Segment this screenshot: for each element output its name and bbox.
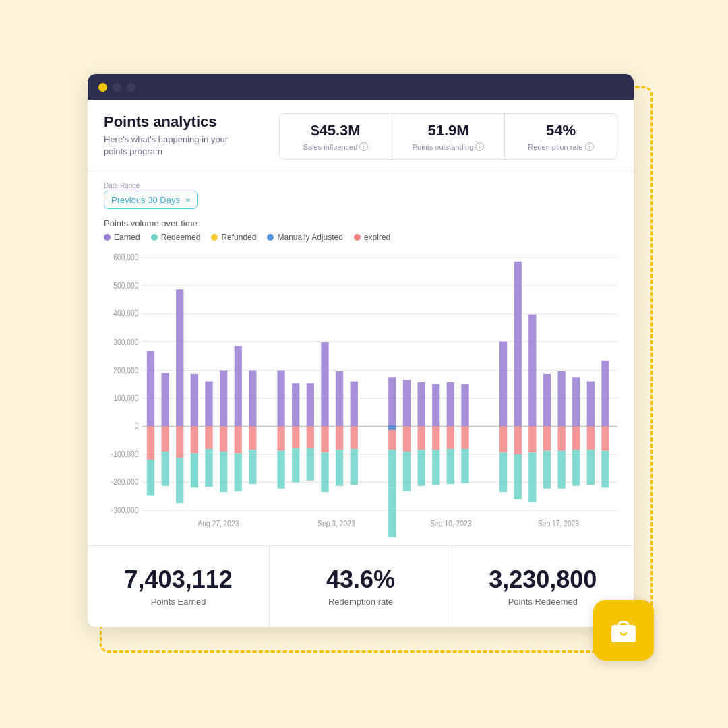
dot-dark1: [113, 83, 121, 92]
svg-rect-102: [572, 426, 580, 450]
svg-rect-38: [205, 449, 212, 487]
svg-rect-106: [587, 450, 595, 485]
svg-rect-35: [191, 454, 198, 488]
svg-rect-28: [161, 426, 169, 451]
svg-rect-52: [292, 426, 299, 448]
legend-dot-redeemed: [151, 234, 158, 241]
svg-rect-49: [277, 426, 284, 450]
svg-rect-109: [601, 451, 609, 488]
svg-rect-99: [557, 426, 565, 450]
stat-redemption-rate: 54% Redemption rate i: [505, 114, 617, 159]
page-title: Points analytics: [104, 113, 252, 131]
svg-rect-93: [528, 426, 536, 452]
svg-rect-66: [388, 377, 396, 426]
svg-rect-57: [321, 342, 328, 426]
svg-text:500,000: 500,000: [113, 280, 138, 291]
stat-value-sales: $45.3M: [311, 122, 360, 140]
title-bar: [88, 74, 634, 100]
svg-rect-87: [499, 426, 507, 452]
legend-item-refunded: Refunded: [211, 233, 256, 242]
bottom-stat-label-earned: Points Earned: [151, 597, 206, 607]
dot-dark2: [127, 83, 135, 92]
svg-rect-84: [461, 426, 468, 448]
bottom-stats: 7,403,112 Points Earned 43.6% Redemption…: [88, 546, 634, 627]
svg-text:0: 0: [135, 421, 139, 431]
svg-rect-91: [514, 454, 522, 499]
svg-rect-105: [587, 426, 595, 450]
svg-rect-39: [220, 371, 227, 427]
svg-rect-47: [249, 450, 256, 484]
svg-text:Sep 10, 2023: Sep 10, 2023: [430, 518, 472, 529]
info-icon-points[interactable]: i: [475, 142, 484, 151]
svg-text:Sep 3, 2023: Sep 3, 2023: [317, 518, 355, 529]
svg-rect-95: [543, 374, 551, 427]
svg-rect-34: [191, 426, 198, 453]
svg-rect-76: [417, 450, 425, 486]
svg-rect-97: [543, 451, 551, 489]
shopping-bag-icon: [593, 600, 654, 661]
svg-rect-43: [235, 426, 242, 453]
legend-item-earned: Earned: [104, 233, 140, 242]
svg-text:400,000: 400,000: [113, 308, 138, 319]
svg-rect-32: [176, 458, 183, 503]
svg-rect-69: [388, 487, 396, 537]
svg-rect-83: [461, 384, 468, 427]
svg-rect-61: [336, 426, 343, 450]
svg-text:-300,000: -300,000: [111, 505, 139, 516]
stats-row: $45.3M Sales influenced i 51.9M Points o…: [279, 113, 617, 160]
svg-rect-81: [447, 426, 454, 448]
info-icon-redemption[interactable]: i: [585, 142, 594, 151]
chart-wrapper: 600,000 500,000 400,000 300,000 200,000 …: [104, 249, 617, 537]
svg-rect-59: [321, 452, 328, 492]
svg-rect-71: [403, 380, 411, 427]
svg-rect-55: [307, 426, 314, 448]
legend-label-earned: Earned: [114, 233, 140, 242]
svg-rect-101: [572, 377, 580, 426]
header-section: Points analytics Here's what's happening…: [88, 100, 634, 171]
svg-rect-65: [351, 449, 358, 485]
dot-yellow: [98, 83, 107, 92]
svg-rect-80: [447, 382, 454, 427]
svg-rect-24: [147, 351, 154, 426]
svg-rect-108: [601, 426, 609, 450]
svg-rect-72: [403, 426, 411, 451]
svg-rect-78: [432, 426, 439, 450]
legend-label-redeemed: Redeemed: [161, 233, 201, 242]
svg-rect-70: [388, 425, 396, 430]
legend-label-refunded: Refunded: [221, 233, 256, 242]
svg-rect-104: [587, 382, 595, 427]
svg-rect-62: [336, 450, 343, 486]
svg-rect-36: [205, 382, 212, 427]
bottom-stat-value-redemption: 43.6%: [326, 566, 395, 593]
svg-text:-100,000: -100,000: [111, 449, 139, 460]
date-range-clear-button[interactable]: ×: [185, 195, 191, 205]
date-range-container: Date Range Previous 30 Days ×: [104, 182, 617, 209]
date-range-box[interactable]: Previous 30 Days ×: [104, 191, 198, 209]
svg-rect-73: [403, 452, 411, 491]
svg-rect-98: [557, 371, 565, 427]
bottom-stat-label-redeemed: Points Redeemed: [508, 597, 578, 607]
svg-rect-94: [528, 452, 536, 502]
svg-rect-75: [417, 426, 425, 450]
svg-text:Aug 27, 2023: Aug 27, 2023: [198, 518, 239, 529]
svg-rect-44: [235, 454, 242, 491]
svg-rect-77: [432, 384, 439, 427]
legend-label-expired: expired: [364, 233, 390, 242]
svg-rect-86: [499, 342, 507, 427]
svg-rect-31: [176, 426, 183, 458]
legend-label-manually-adjusted: Manually Adjusted: [277, 233, 342, 242]
svg-rect-30: [176, 289, 183, 426]
svg-rect-100: [557, 451, 565, 489]
chart-section: Date Range Previous 30 Days × Points vol…: [88, 171, 634, 546]
svg-rect-74: [417, 382, 425, 427]
chart-legend: Earned Redeemed Refunded Manually Adjust…: [104, 233, 617, 242]
svg-rect-48: [277, 371, 284, 427]
bag-svg: [606, 613, 641, 648]
svg-rect-33: [191, 374, 198, 427]
info-icon-sales[interactable]: i: [359, 142, 368, 151]
svg-text:100,000: 100,000: [113, 393, 138, 404]
legend-dot-manually-adjusted: [267, 234, 274, 241]
svg-rect-88: [499, 452, 507, 492]
stat-label-points: Points outstanding i: [413, 142, 485, 151]
legend-dot-refunded: [211, 234, 218, 241]
